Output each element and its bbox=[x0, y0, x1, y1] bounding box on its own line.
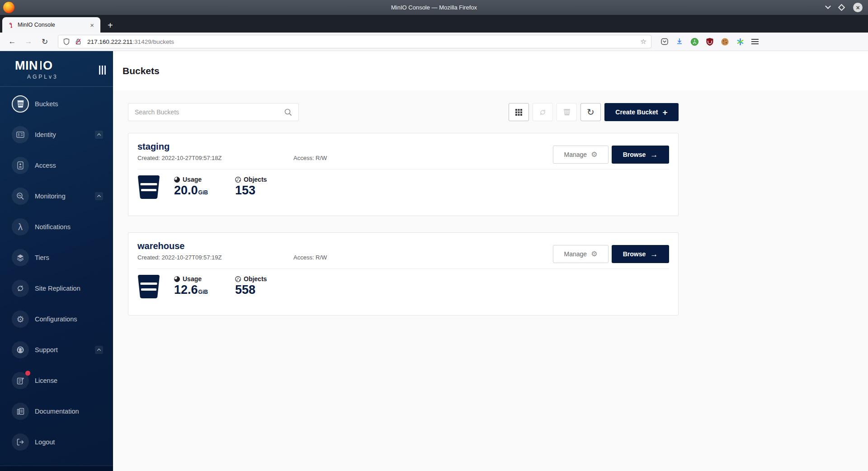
sidebar-item-label: Support bbox=[35, 346, 58, 353]
sidebar: MINO AGPLv3 Buckets Identity bbox=[0, 51, 113, 471]
back-button[interactable]: ← bbox=[5, 37, 19, 46]
sidebar-item-label: Identity bbox=[35, 131, 56, 138]
tiers-layers-icon bbox=[12, 249, 29, 266]
usage-stat: Usage 20.0GiB bbox=[174, 174, 221, 200]
documentation-pages-icon bbox=[12, 403, 29, 420]
grid-view-button[interactable] bbox=[509, 103, 529, 121]
delete-bucket-button[interactable] bbox=[557, 103, 577, 121]
chevron-up-icon[interactable] bbox=[95, 192, 103, 200]
lambda-icon: λ bbox=[12, 218, 29, 236]
sidebar-item-configurations[interactable]: ⚙ Configurations bbox=[0, 308, 113, 330]
page-title: Buckets bbox=[123, 66, 160, 76]
manage-button[interactable]: Manage ⚙ bbox=[553, 245, 609, 263]
sidebar-item-label: Buckets bbox=[35, 100, 58, 108]
sidebar-item-identity[interactable]: Identity bbox=[0, 123, 113, 146]
menu-hamburger-icon[interactable] bbox=[751, 38, 759, 46]
sidebar-horizontal-scrollbar[interactable] bbox=[0, 466, 113, 471]
pocket-icon[interactable] bbox=[660, 38, 669, 46]
window-minimize-icon[interactable] bbox=[826, 5, 830, 9]
ublock-origin-icon[interactable] bbox=[706, 38, 714, 46]
replication-icon bbox=[538, 108, 547, 117]
create-bucket-button[interactable]: Create Bucket + bbox=[604, 103, 679, 121]
sidebar-item-label: Access bbox=[35, 162, 56, 169]
reload-button[interactable]: ↻ bbox=[38, 37, 52, 47]
tracking-shield-icon[interactable] bbox=[63, 38, 70, 45]
tab-minio-console[interactable]: MinIO Console × bbox=[2, 17, 100, 33]
objects-value: 558 bbox=[235, 283, 282, 297]
arrow-right-icon: → bbox=[650, 151, 658, 159]
window-close-icon[interactable]: × bbox=[853, 3, 863, 12]
sidebar-item-site-replication[interactable]: Site Replication bbox=[0, 277, 113, 300]
minio-favicon-icon bbox=[8, 22, 14, 28]
screen: MinIO Console — Mozilla Firefox × MinIO … bbox=[0, 0, 868, 471]
bookmark-star-icon[interactable]: ☆ bbox=[641, 38, 646, 46]
sidebar-item-monitoring[interactable]: Monitoring bbox=[0, 185, 113, 207]
usage-pie-icon bbox=[174, 276, 180, 282]
extension-green-icon[interactable] bbox=[690, 38, 699, 46]
support-headset-icon bbox=[12, 341, 29, 358]
tab-close-icon[interactable]: × bbox=[88, 21, 96, 29]
tab-title: MinIO Console bbox=[18, 22, 88, 28]
bucket-access: Access: R/W bbox=[293, 254, 327, 261]
sidebar-item-access[interactable]: Access bbox=[0, 154, 113, 177]
bucket-created: Created: 2022-10-27T09:57:19Z bbox=[137, 254, 293, 261]
url-bar[interactable]: 217.160.222.211:31429/buckets ☆ bbox=[58, 35, 651, 48]
search-buckets-box bbox=[128, 103, 299, 121]
bucket-large-icon bbox=[137, 274, 160, 299]
browse-button[interactable]: Browse → bbox=[612, 245, 669, 263]
license-tag: AGPLv3 bbox=[27, 74, 113, 80]
license-notification-badge bbox=[25, 371, 30, 376]
gear-icon: ⚙ bbox=[591, 151, 597, 158]
sidebar-item-label: Logout bbox=[35, 438, 55, 446]
refresh-icon: ↻ bbox=[587, 108, 594, 117]
sidebar-item-documentation[interactable]: Documentation bbox=[0, 400, 113, 423]
sidebar-item-buckets[interactable]: Buckets bbox=[0, 93, 113, 115]
sidebar-item-label: License bbox=[35, 377, 57, 384]
url-text[interactable]: 217.160.222.211:31429/buckets bbox=[87, 38, 641, 45]
gear-icon: ⚙ bbox=[12, 311, 29, 328]
sidebar-item-license[interactable]: License bbox=[0, 369, 113, 392]
sidebar-item-label: Tiers bbox=[35, 254, 49, 261]
insecure-lock-icon[interactable] bbox=[75, 38, 82, 45]
replication-sync-icon bbox=[12, 280, 29, 297]
sidebar-item-tiers[interactable]: Tiers bbox=[0, 246, 113, 269]
plus-icon: + bbox=[663, 108, 668, 117]
gear-icon: ⚙ bbox=[591, 250, 597, 258]
manage-button[interactable]: Manage ⚙ bbox=[553, 146, 609, 164]
logout-icon bbox=[12, 433, 29, 451]
refresh-buckets-button[interactable]: ↻ bbox=[580, 103, 601, 121]
page-header: Buckets bbox=[113, 51, 868, 90]
bucket-created: Created: 2022-10-27T09:57:18Z bbox=[137, 155, 293, 161]
tab-bar: MinIO Console × + bbox=[0, 15, 868, 33]
arrow-right-icon: → bbox=[650, 250, 658, 258]
asterisk-extension-icon[interactable] bbox=[736, 38, 745, 46]
objects-stat: Objects 558 bbox=[235, 274, 282, 299]
objects-icon bbox=[235, 276, 241, 282]
sidebar-item-label: Site Replication bbox=[35, 285, 80, 292]
monitoring-search-icon bbox=[12, 188, 29, 205]
browse-button[interactable]: Browse → bbox=[612, 146, 669, 164]
identity-card-icon bbox=[12, 126, 29, 143]
grid-icon bbox=[515, 108, 523, 116]
bucket-card-warehouse: warehouse Created: 2022-10-27T09:57:19Z … bbox=[128, 232, 679, 316]
new-tab-button[interactable]: + bbox=[108, 21, 113, 30]
downloads-icon[interactable] bbox=[675, 38, 684, 46]
set-replication-button[interactable] bbox=[533, 103, 553, 121]
main-panel: Buckets bbox=[113, 51, 868, 471]
cookie-extension-icon[interactable] bbox=[721, 38, 729, 46]
sidebar-item-logout[interactable]: Logout bbox=[0, 431, 113, 453]
browser-toolbar: ← → ↻ 217.160.222.211:31429/buckets ☆ bbox=[0, 33, 868, 51]
sidebar-collapse-icon[interactable] bbox=[99, 66, 106, 75]
search-buckets-input[interactable] bbox=[135, 108, 284, 116]
chevron-up-icon[interactable] bbox=[95, 346, 103, 354]
usage-stat: Usage 12.6GiB bbox=[174, 274, 221, 299]
usage-value: 12.6GiB bbox=[174, 283, 221, 299]
window-maximize-icon[interactable] bbox=[839, 5, 844, 10]
access-badge-icon bbox=[12, 157, 29, 174]
sidebar-item-support[interactable]: Support bbox=[0, 339, 113, 361]
sidebar-item-label: Configurations bbox=[35, 316, 77, 323]
forward-button[interactable]: → bbox=[22, 37, 35, 46]
chevron-up-icon[interactable] bbox=[95, 131, 103, 139]
search-icon bbox=[284, 108, 292, 116]
sidebar-item-notifications[interactable]: λ Notifications bbox=[0, 216, 113, 238]
